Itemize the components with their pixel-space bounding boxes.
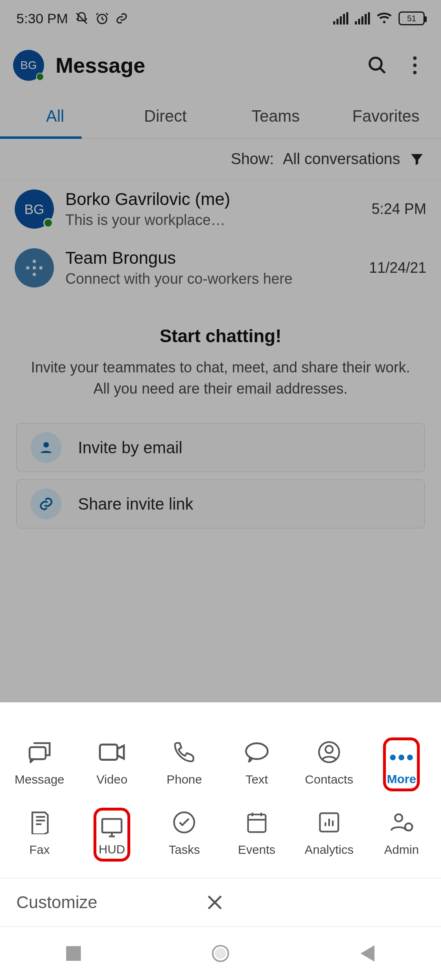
svg-point-8 <box>246 743 267 759</box>
message-tabs: All Direct Teams Favorites <box>0 94 441 139</box>
android-nav-bar <box>0 927 441 980</box>
svg-point-3 <box>413 64 417 67</box>
nav-analytics[interactable]: Analytics <box>293 804 365 866</box>
svg-point-1 <box>370 58 381 69</box>
share-invite-link-button[interactable]: Share invite link <box>16 479 425 528</box>
svg-point-19 <box>405 823 412 831</box>
profile-avatar[interactable]: BG <box>13 50 44 81</box>
signal-icon-1 <box>333 12 348 24</box>
svg-rect-6 <box>29 747 45 759</box>
customize-row: Customize <box>0 878 441 927</box>
invite-email-label: Invite by email <box>78 439 183 457</box>
wifi-icon <box>376 12 392 24</box>
nav-events[interactable]: Events <box>220 804 293 866</box>
svg-rect-7 <box>100 744 118 760</box>
hud-icon <box>97 813 127 842</box>
presence-dot <box>43 218 53 228</box>
tab-direct[interactable]: Direct <box>110 94 220 138</box>
conversation-row[interactable]: Team Brongus Connect with your co-worker… <box>0 238 441 297</box>
tab-favorites[interactable]: Favorites <box>331 94 441 138</box>
conversation-name: Team Brongus <box>65 248 358 268</box>
app-bar: BG Message <box>0 37 441 94</box>
nav-admin[interactable]: Admin <box>365 804 438 866</box>
nav-video[interactable]: Video <box>76 733 148 795</box>
recents-button[interactable] <box>63 943 84 964</box>
tab-all[interactable]: All <box>0 94 110 138</box>
empty-title: Start chatting! <box>24 326 416 346</box>
svg-point-4 <box>413 71 417 74</box>
link-icon <box>116 12 128 24</box>
svg-point-22 <box>216 949 225 958</box>
overflow-menu-button[interactable] <box>402 52 428 78</box>
navigation-sheet: Message Video Phone Text Contacts <box>0 722 441 980</box>
person-icon <box>31 432 62 463</box>
signal-icon-2 <box>355 12 370 24</box>
nav-more[interactable]: More <box>365 733 438 795</box>
link-icon <box>31 488 62 519</box>
nav-row-2: Fax HUD Tasks Events A <box>0 801 441 878</box>
alarm-icon <box>95 11 109 25</box>
video-icon <box>97 737 127 767</box>
nav-contacts[interactable]: Contacts <box>293 733 365 795</box>
nav-message[interactable]: Message <box>3 733 76 795</box>
fax-icon <box>25 808 54 837</box>
svg-rect-14 <box>102 819 121 833</box>
search-button[interactable] <box>364 52 390 78</box>
conversation-time: 11/24/21 <box>369 259 426 276</box>
status-time: 5:30 PM <box>16 11 68 27</box>
status-bar: 5:30 PM 51 <box>0 0 441 37</box>
back-button[interactable] <box>357 943 378 964</box>
nav-hud[interactable]: HUD <box>76 804 148 866</box>
svg-point-5 <box>43 442 49 448</box>
svg-point-18 <box>395 814 403 822</box>
svg-point-11 <box>390 755 396 760</box>
home-button[interactable] <box>210 943 231 964</box>
filter-row[interactable]: Show: All conversations <box>0 139 441 180</box>
conversation-time: 5:24 PM <box>372 200 426 218</box>
svg-point-2 <box>413 56 417 60</box>
message-icon <box>25 737 54 767</box>
svg-rect-20 <box>66 946 81 961</box>
conversation-avatar: BG <box>15 189 54 229</box>
analytics-icon <box>314 808 344 837</box>
dnd-icon <box>75 11 89 25</box>
conversation-name: Borko Gavrilovic (me) <box>65 189 360 209</box>
filter-show-label: Show: <box>231 150 274 168</box>
phone-icon <box>169 737 199 767</box>
team-avatar <box>15 248 54 287</box>
close-button[interactable] <box>203 891 226 914</box>
nav-tasks[interactable]: Tasks <box>148 804 220 866</box>
avatar-initials: BG <box>20 59 37 72</box>
empty-state: Start chatting! Invite your teammates to… <box>0 297 441 416</box>
nav-row-1: Message Video Phone Text Contacts <box>0 722 441 801</box>
tab-teams[interactable]: Teams <box>220 94 331 138</box>
more-icon <box>387 743 416 772</box>
empty-description: Invite your teammates to chat, meet, and… <box>24 357 416 399</box>
svg-point-10 <box>325 746 333 753</box>
invite-by-email-button[interactable]: Invite by email <box>16 423 425 472</box>
text-icon <box>242 737 272 767</box>
nav-phone[interactable]: Phone <box>148 733 220 795</box>
conversation-snippet: Connect with your co-workers here <box>65 270 358 287</box>
filter-icon[interactable] <box>409 151 425 167</box>
customize-button[interactable]: Customize <box>16 893 97 912</box>
tasks-icon <box>169 808 199 837</box>
presence-dot <box>36 73 44 81</box>
filter-value: All conversations <box>283 150 400 168</box>
svg-point-13 <box>407 755 413 760</box>
nav-text[interactable]: Text <box>220 733 293 795</box>
svg-point-12 <box>399 755 404 760</box>
share-link-label: Share invite link <box>78 495 193 513</box>
admin-icon <box>387 808 416 837</box>
team-icon <box>26 260 42 276</box>
battery-icon: 51 <box>399 11 425 25</box>
events-icon <box>242 808 272 837</box>
conversation-row[interactable]: BG Borko Gavrilovic (me) This is your wo… <box>0 180 441 238</box>
conversation-snippet: This is your workplace… <box>65 212 360 229</box>
page-title: Message <box>56 53 353 78</box>
svg-rect-16 <box>248 815 265 832</box>
contacts-icon <box>314 737 344 767</box>
nav-fax[interactable]: Fax <box>3 804 76 866</box>
